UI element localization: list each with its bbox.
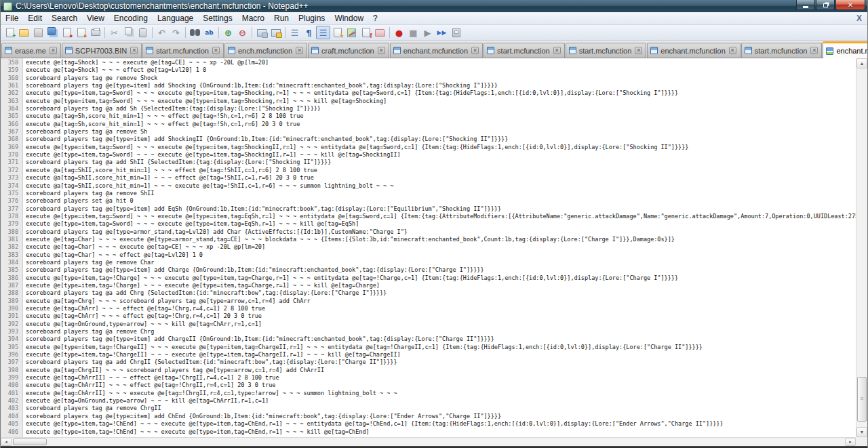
menu-item-language[interactable]: Language	[153, 12, 198, 24]
user-defined-language-button[interactable]: ϟ	[330, 26, 344, 39]
scroll-down-arrow[interactable]: ▼	[856, 427, 867, 437]
tab-close-icon[interactable]: ×	[810, 47, 818, 54]
line-text: execute @e[type=item,tag=!ChargeII] ~ ~ …	[23, 344, 703, 351]
tab-close-icon[interactable]: ×	[553, 47, 561, 54]
vertical-scrollbar[interactable]: ▲ ≡ ▼	[856, 58, 867, 437]
close-button[interactable]: ✕	[835, 0, 865, 10]
stop-recording-button[interactable]: ■	[406, 26, 420, 39]
line-number: 383	[1, 251, 23, 259]
tab-erase-me[interactable]: erase.me×	[1, 43, 61, 58]
line-text: execute @e[type=item,tag=Sword] ~ ~ ~ ex…	[23, 213, 856, 220]
tab-start-mcfunction[interactable]: start.mcfunction×	[741, 43, 823, 58]
document-map-button[interactable]	[344, 26, 359, 39]
cut-button[interactable]: ✂	[107, 26, 121, 39]
save-all-button[interactable]	[45, 26, 60, 39]
line-number: 403	[1, 405, 23, 412]
function-list-button[interactable]: f	[359, 26, 373, 39]
menu-item-macro[interactable]: Macro	[237, 12, 269, 24]
tab-close-icon[interactable]: ×	[729, 47, 736, 54]
sync-vertical-scroll-icon	[257, 29, 267, 37]
open-file-button[interactable]	[17, 26, 31, 39]
code-line: 402execute @e[tag=OnGround,type=arrow] ~…	[1, 397, 856, 405]
horizontal-scrollbar[interactable]: ◂ ▸	[1, 437, 856, 446]
close-file-button[interactable]: ●	[60, 26, 74, 39]
sync-horizontal-scroll-button[interactable]	[269, 26, 283, 39]
tab-close-icon[interactable]: ×	[130, 47, 138, 54]
tab-close-icon[interactable]: ×	[50, 47, 57, 54]
undo-button[interactable]: ↶	[155, 26, 169, 39]
tab-craft-mcfunction[interactable]: craft.mcfunction×	[308, 43, 389, 58]
paste-button[interactable]	[136, 26, 150, 39]
stop-recording-icon: ■	[409, 28, 417, 37]
start-recording-button[interactable]: ●	[392, 26, 406, 39]
sync-vertical-scroll-button[interactable]	[254, 26, 269, 39]
close-file-icon: ●	[63, 28, 71, 37]
menu-item-[interactable]: ?	[368, 12, 382, 24]
close-all-files-icon: ●	[77, 28, 85, 37]
editor-area[interactable]: 358execute @e[tag=Shock] ~ ~ ~ execute @…	[1, 58, 867, 437]
vertical-scroll-thumb[interactable]: ≡	[857, 377, 867, 422]
show-indent-guide-button[interactable]: ☰	[316, 26, 330, 39]
menu-item-encoding[interactable]: Encoding	[109, 12, 153, 24]
code-line: 381execute @e[tag=Char] ~ ~ ~ execute @e…	[1, 236, 856, 243]
line-number: 367	[1, 128, 23, 136]
tab-enchant-mcfunction[interactable]: enchant.mcfunction×	[647, 43, 740, 58]
minimize-button[interactable]	[796, 0, 815, 10]
run-macro-multiple-button[interactable]: ▶▶	[435, 26, 449, 39]
line-number: 374	[1, 182, 23, 190]
redo-button[interactable]: ↷	[169, 26, 183, 39]
menu-item-search[interactable]: Search	[47, 12, 82, 24]
code-line: 368scoreboard players tag @e[type=item] …	[1, 136, 856, 143]
save-macro-button[interactable]	[449, 26, 463, 39]
line-number: 395	[1, 344, 23, 351]
menu-item-plugins[interactable]: Plugins	[294, 12, 330, 24]
line-text: execute @a[tag=ChrgII] ~ ~ ~ scoreboard …	[23, 367, 324, 374]
code-line: 377scoreboard players tag @e[type=item] …	[1, 205, 856, 213]
save-all-icon	[47, 27, 56, 35]
word-wrap-button[interactable]: ☰	[288, 26, 302, 39]
menu-item-window[interactable]: Window	[330, 12, 368, 24]
tab-start-mcfunction[interactable]: start.mcfunction×	[566, 43, 647, 58]
tab-enchant-mcfunction[interactable]: enchant.mcfunction×	[390, 43, 483, 58]
tab-close-icon[interactable]: ×	[635, 47, 642, 54]
saved-file-icon	[228, 47, 235, 54]
line-text: scoreboard players tag @a remove Sh	[23, 128, 147, 136]
scroll-up-arrow[interactable]: ▲	[856, 58, 867, 68]
tab-close-icon[interactable]: ×	[296, 47, 303, 54]
tab-SCPH7003-BIN[interactable]: SCPH7003.BIN×	[62, 43, 142, 58]
menu-item-view[interactable]: View	[82, 12, 109, 24]
menu-item-run[interactable]: Run	[269, 12, 294, 24]
tab-start-mcfunction[interactable]: start.mcfunction×	[484, 43, 565, 58]
tab-close-icon[interactable]: ×	[378, 47, 385, 54]
show-all-characters-button[interactable]: ¶	[302, 26, 316, 39]
code-line: 391execute @e[tag=ChArr] ~ ~ ~ effect @e…	[1, 312, 856, 320]
tab-enchant-mcfunction[interactable]: enchant.mcfunction×	[823, 41, 868, 58]
find-icon	[190, 29, 200, 36]
code-line: 405execute @e[type=item,tag=!ChEnd] ~ ~ …	[1, 420, 856, 428]
tab-close-icon[interactable]: ×	[212, 47, 220, 54]
new-file-button[interactable]: +	[3, 26, 17, 39]
tab-ench-mcfunction[interactable]: ench.mcfunction×	[224, 43, 307, 58]
zoom-in-button[interactable]: ⊕	[221, 26, 235, 39]
close-all-files-button[interactable]: ●	[74, 26, 88, 39]
replace-button[interactable]: ab	[202, 26, 216, 39]
menu-item-file[interactable]: File	[1, 12, 23, 24]
line-text: execute @a[tag=ShII,score_hit_min=1] ~ ~…	[23, 174, 314, 182]
horizontal-scroll-thumb[interactable]	[13, 439, 47, 445]
save-file-button[interactable]	[31, 26, 45, 39]
menu-item-settings[interactable]: Settings	[198, 12, 237, 24]
scroll-left-arrow[interactable]: ◂	[1, 438, 12, 446]
copy-button[interactable]	[121, 26, 136, 39]
zoom-out-button[interactable]: ⊖	[235, 26, 250, 39]
tab-start-mcfunction[interactable]: start.mcfunction×	[142, 43, 224, 58]
close-document-x[interactable]: X	[856, 14, 862, 23]
tab-close-icon[interactable]: ×	[471, 47, 479, 54]
find-button[interactable]	[188, 26, 202, 39]
restore-button[interactable]	[816, 0, 835, 10]
menu-item-edit[interactable]: Edit	[23, 12, 47, 24]
print-button[interactable]	[88, 26, 102, 39]
folder-as-workspace-button[interactable]	[373, 26, 387, 39]
playback-macro-button[interactable]: ▶	[420, 26, 435, 39]
scroll-right-arrow[interactable]: ▸	[845, 438, 856, 446]
line-text: scoreboard players tag @e remove Char	[23, 259, 154, 266]
